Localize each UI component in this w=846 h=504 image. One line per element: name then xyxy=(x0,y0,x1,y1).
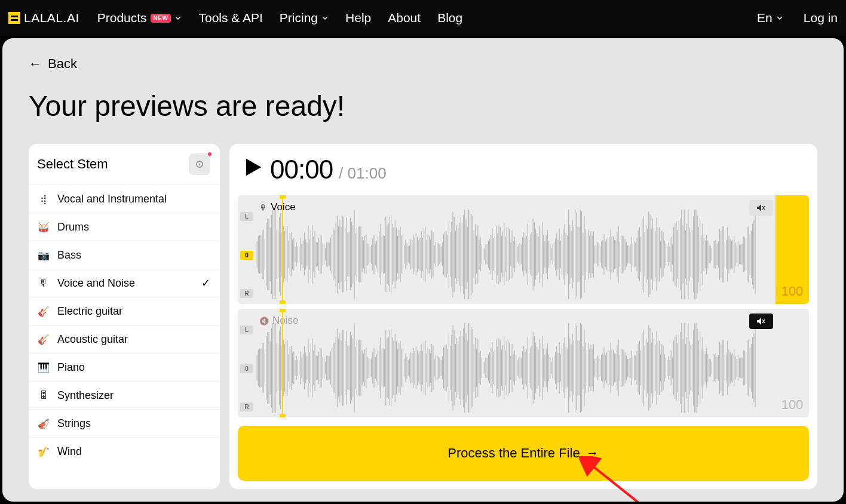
gear-icon xyxy=(195,159,204,169)
track-label: 🔇Noise xyxy=(259,315,298,327)
language-selector[interactable]: En xyxy=(757,11,783,25)
nav-about[interactable]: About xyxy=(388,11,421,25)
eguitar-icon: 🎸 xyxy=(37,305,50,318)
noise-icon: 🔇 xyxy=(259,316,269,325)
stem-item-synthesizer[interactable]: 🎛Synthesizer xyxy=(29,381,220,409)
channel-rails: L0R xyxy=(238,309,256,417)
check-icon: ✓ xyxy=(201,276,210,290)
stem-sidebar: Select Stem ⢾Vocal and Instrumental🥁Drum… xyxy=(29,144,220,489)
rail-center: 0 xyxy=(240,251,253,260)
logo-icon xyxy=(8,12,20,24)
arrow-right-icon: → xyxy=(586,445,599,461)
stem-item-bass[interactable]: 📷Bass xyxy=(29,241,220,269)
stem-label: Wind xyxy=(57,445,82,458)
speaker-mute-icon xyxy=(756,204,766,212)
arrow-left-icon: ← xyxy=(29,56,42,72)
strings-icon: 🎻 xyxy=(37,417,50,430)
back-label: Back xyxy=(48,56,77,72)
track-body[interactable]: 🔇Noise100 xyxy=(256,309,809,417)
track-noise[interactable]: L0R🔇Noise100 xyxy=(238,309,809,417)
nav-help[interactable]: Help xyxy=(345,11,371,25)
sidebar-header: Select Stem xyxy=(29,144,220,185)
stem-item-acoustic-guitar[interactable]: 🎸Acoustic guitar xyxy=(29,325,220,353)
volume-strip[interactable]: 100 xyxy=(776,309,809,417)
stem-label: Bass xyxy=(57,249,81,262)
channel-rails: L0R xyxy=(238,195,256,304)
rail-left: L xyxy=(240,325,253,334)
stem-list: ⢾Vocal and Instrumental🥁Drums📷Bass🎙Voice… xyxy=(29,185,220,465)
waveform[interactable] xyxy=(256,210,809,300)
process-button[interactable]: Process the Entire File → xyxy=(238,426,809,481)
stem-label: Piano xyxy=(57,361,85,374)
settings-button[interactable] xyxy=(189,153,210,175)
nav-pricing[interactable]: Pricing xyxy=(280,11,329,25)
back-button[interactable]: ← Back xyxy=(29,56,817,72)
play-icon xyxy=(241,156,264,179)
stem-item-piano[interactable]: 🎹Piano xyxy=(29,353,220,381)
sidebar-title: Select Stem xyxy=(37,156,108,172)
notification-dot xyxy=(208,152,212,156)
chevron-down-icon xyxy=(776,14,783,21)
rail-right: R xyxy=(240,289,253,298)
chevron-down-icon xyxy=(174,14,182,21)
mic-icon: 🎙 xyxy=(259,203,267,212)
synth-icon: 🎛 xyxy=(37,389,50,402)
stem-label: Vocal and Instrumental xyxy=(57,193,167,205)
stem-label: Acoustic guitar xyxy=(57,333,128,346)
volume-value: 100 xyxy=(781,397,804,413)
volume-value: 100 xyxy=(781,284,804,299)
track-label: 🎙Voice xyxy=(259,201,296,213)
stem-label: Strings xyxy=(57,417,91,430)
tracks-container: L0R🎙Voice100L0R🔇Noise100 xyxy=(238,195,809,417)
content: Select Stem ⢾Vocal and Instrumental🥁Drum… xyxy=(29,144,817,489)
volume-strip[interactable]: 100 xyxy=(776,195,809,304)
mute-button[interactable] xyxy=(749,200,773,216)
stem-label: Synthesizer xyxy=(57,389,114,402)
nav-blog[interactable]: Blog xyxy=(437,11,462,25)
nav-right: En Log in xyxy=(757,11,838,25)
drums-icon: 🥁 xyxy=(37,220,50,233)
stem-label: Voice and Noise xyxy=(57,277,135,290)
process-label: Process the Entire File xyxy=(447,445,580,461)
nav-products[interactable]: Products NEW xyxy=(97,11,182,25)
wind-icon: 🎷 xyxy=(37,445,50,458)
nav-tools[interactable]: Tools & API xyxy=(198,11,262,25)
play-button[interactable] xyxy=(241,156,264,181)
current-time: 00:00 xyxy=(270,155,333,185)
mic-icon: 🎙 xyxy=(37,276,50,290)
top-nav: LALAL.AI Products NEW Tools & API Pricin… xyxy=(0,0,846,36)
stem-item-voice-and-noise[interactable]: 🎙Voice and Noise✓ xyxy=(29,269,220,297)
logo-text[interactable]: LALAL.AI xyxy=(24,11,79,25)
stem-item-strings[interactable]: 🎻Strings xyxy=(29,409,220,437)
playback-controls: 00:00 / 01:00 xyxy=(238,152,809,190)
total-time: / 01:00 xyxy=(339,164,387,183)
waveform-icon: ⢾ xyxy=(37,192,50,205)
stem-item-wind[interactable]: 🎷Wind xyxy=(29,437,220,465)
playhead[interactable] xyxy=(282,195,283,304)
rail-center: 0 xyxy=(240,364,253,373)
speaker-mute-icon xyxy=(756,317,766,325)
track-voice[interactable]: L0R🎙Voice100 xyxy=(238,195,809,304)
waveform[interactable] xyxy=(256,323,809,414)
mute-button[interactable] xyxy=(749,314,773,329)
stem-item-vocal-and-instrumental[interactable]: ⢾Vocal and Instrumental xyxy=(29,185,220,213)
piano-icon: 🎹 xyxy=(37,361,50,374)
nav-products-label: Products xyxy=(97,11,147,25)
login-link[interactable]: Log in xyxy=(804,11,838,25)
rail-right: R xyxy=(240,402,253,411)
rail-left: L xyxy=(240,212,253,221)
main-panel: ← Back Your previews are ready! Select S… xyxy=(2,38,844,502)
nav-menu: Products NEW Tools & API Pricing Help Ab… xyxy=(97,11,462,25)
stem-label: Electric guitar xyxy=(57,305,122,318)
page-title: Your previews are ready! xyxy=(29,90,817,122)
stem-label: Drums xyxy=(57,221,89,233)
aguitar-icon: 🎸 xyxy=(37,333,50,346)
new-badge: NEW xyxy=(151,14,171,23)
stem-item-electric-guitar[interactable]: 🎸Electric guitar xyxy=(29,297,220,325)
player-panel: 00:00 / 01:00 L0R🎙Voice100L0R🔇Noise100 P… xyxy=(229,144,817,489)
playhead[interactable] xyxy=(282,309,283,417)
track-body[interactable]: 🎙Voice100 xyxy=(256,195,809,304)
svg-point-1 xyxy=(199,164,201,165)
stem-item-drums[interactable]: 🥁Drums xyxy=(29,213,220,241)
bass-icon: 📷 xyxy=(37,248,50,262)
